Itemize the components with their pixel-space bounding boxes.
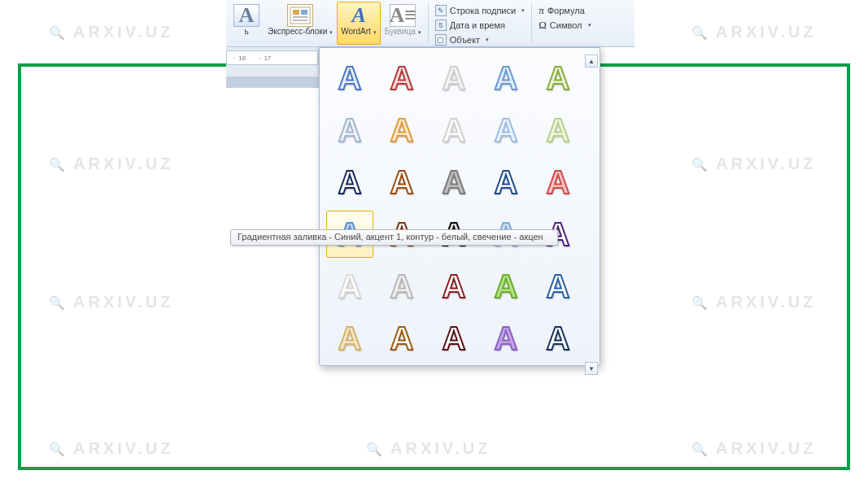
object-icon: ▢ (435, 34, 447, 46)
signature-icon: ✎ (435, 5, 447, 16)
wordart-letter-icon: A (390, 322, 414, 355)
pi-icon: π (539, 4, 544, 17)
symbol-label: Символ (550, 20, 582, 30)
wordart-style-20[interactable]: A (326, 263, 373, 310)
gallery-scroll-up[interactable]: ▲ (585, 54, 598, 68)
wordart-letter-icon: A (495, 62, 518, 94)
svg-rect-1 (293, 10, 299, 15)
wordart-style-10[interactable]: A (326, 159, 373, 206)
dropcap-label: Буквица▾ (385, 27, 421, 36)
wordart-style-26[interactable]: A (378, 315, 425, 362)
wordart-style-5[interactable]: A (326, 107, 373, 154)
wordart-style-22[interactable]: A (430, 263, 478, 310)
svg-rect-4 (293, 20, 308, 21)
equation-label: Формула (547, 6, 585, 15)
wordart-style-21[interactable]: A (378, 263, 425, 310)
signature-label: Строка подписи (450, 6, 516, 15)
wordart-style-14[interactable]: A (534, 159, 582, 206)
wordart-style-0[interactable]: A (326, 54, 373, 102)
wordart-style-25[interactable]: A (326, 315, 373, 362)
wordart-style-28[interactable]: A (482, 315, 530, 362)
dropcap-icon: A≡ (390, 4, 416, 27)
separator (428, 3, 429, 43)
wordart-icon: A (346, 4, 372, 27)
separator (531, 3, 532, 43)
watermark: ARXIV.UZ (691, 23, 817, 41)
wordart-letter-icon: A (547, 166, 570, 198)
svg-rect-2 (301, 10, 308, 15)
wordart-letter-icon: A (547, 62, 570, 94)
textbox-label: ь (244, 27, 248, 36)
wordart-style-13[interactable]: A (482, 159, 530, 206)
wordart-style-24[interactable]: A (534, 263, 582, 310)
symbol-button[interactable]: Ω Символ▾ (534, 18, 595, 33)
gallery-scroll-down[interactable]: ▼ (585, 362, 598, 375)
svg-rect-3 (293, 16, 308, 18)
wordart-style-8[interactable]: A (482, 107, 530, 154)
wordart-label: WordArt▾ (341, 27, 377, 36)
wordart-letter-icon: A (443, 322, 466, 355)
textbox-icon: A (233, 4, 260, 27)
datetime-label: Дата и время (450, 20, 505, 30)
watermark: ARXIV.UZ (49, 23, 174, 41)
omega-icon: Ω (539, 19, 547, 32)
equation-button[interactable]: π Формула (534, 3, 595, 18)
wordart-letter-icon: A (390, 114, 414, 146)
wordart-button[interactable]: A WordArt▾ (337, 2, 381, 45)
wordart-style-3[interactable]: A (482, 54, 530, 102)
wordart-style-4[interactable]: A (534, 54, 582, 102)
wordart-letter-icon: A (495, 270, 518, 303)
wordart-letter-icon: A (443, 166, 466, 198)
wordart-style-27[interactable]: A (430, 315, 478, 362)
quickparts-label: Экспресс-блоки▾ (268, 27, 333, 36)
quickparts-button[interactable]: Экспресс-блоки▾ (264, 2, 337, 45)
quickparts-icon (287, 4, 313, 27)
wordart-style-23[interactable]: A (482, 263, 530, 310)
wordart-tooltip: Градиентная заливка - Синий, акцент 1, к… (230, 229, 558, 246)
watermark: ARXIV.UZ (49, 155, 174, 173)
wordart-letter-icon: A (390, 62, 414, 94)
wordart-letter-icon: A (443, 62, 466, 94)
wordart-letter-icon: A (547, 322, 570, 355)
wordart-style-12[interactable]: A (430, 159, 478, 206)
calendar-icon: 5 (435, 20, 447, 31)
horizontal-ruler: 16 17 (226, 50, 318, 65)
wordart-style-2[interactable]: A (430, 54, 478, 102)
wordart-letter-icon: A (547, 270, 570, 303)
wordart-style-6[interactable]: A (378, 107, 425, 154)
watermark: ARXIV.UZ (691, 439, 817, 458)
wordart-style-9[interactable]: A (534, 107, 582, 154)
wordart-letter-icon: A (495, 322, 518, 355)
watermark: ARXIV.UZ (49, 439, 174, 458)
signature-line-button[interactable]: ✎ Строка подписи▾ (431, 3, 529, 18)
wordart-style-29[interactable]: A (534, 315, 582, 362)
wordart-style-7[interactable]: A (430, 107, 478, 154)
wordart-letter-icon: A (338, 322, 362, 355)
object-label: Объект (450, 35, 480, 45)
watermark: ARXIV.UZ (49, 293, 174, 312)
wordart-letter-icon: A (443, 270, 466, 303)
wordart-gallery: AAAAAAAAAAAAAAAAAAAAAAAAAAAAAA ▲ ▼ (319, 47, 600, 366)
ribbon-insert-section: A ь Экспресс-блоки▾ A WordArt▾ A≡ Буквиц… (226, 0, 635, 47)
ruler-area: 16 17 (226, 47, 319, 76)
object-button[interactable]: ▢ Объект▾ (431, 33, 529, 47)
wordart-letter-icon: A (495, 166, 518, 198)
date-time-button[interactable]: 5 Дата и время (431, 18, 529, 33)
watermark: ARXIV.UZ (366, 439, 491, 458)
wordart-letter-icon: A (338, 114, 362, 146)
dropcap-button[interactable]: A≡ Буквица▾ (381, 2, 425, 45)
wordart-letter-icon: A (390, 166, 414, 198)
watermark: ARXIV.UZ (691, 293, 817, 312)
wordart-letter-icon: A (547, 114, 570, 146)
wordart-letter-icon: A (338, 62, 362, 94)
watermark: ARXIV.UZ (691, 155, 817, 173)
wordart-letter-icon: A (338, 166, 362, 198)
wordart-style-11[interactable]: A (378, 159, 425, 206)
wordart-letter-icon: A (390, 270, 414, 303)
document-margin (226, 76, 319, 88)
wordart-letter-icon: A (495, 114, 518, 146)
wordart-letter-icon: A (443, 114, 466, 146)
wordart-letter-icon: A (338, 270, 362, 303)
wordart-style-1[interactable]: A (378, 54, 425, 102)
textbox-button[interactable]: A ь (229, 2, 264, 45)
